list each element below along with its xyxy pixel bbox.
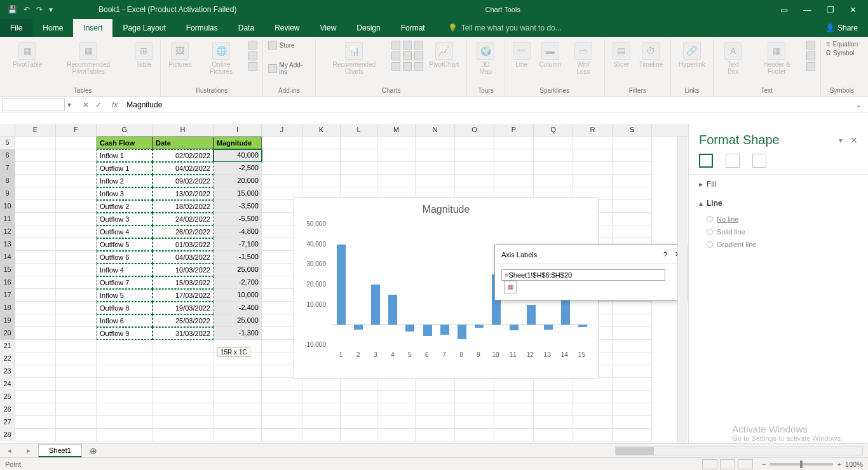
cell[interactable] — [494, 391, 534, 403]
vertical-scrollbar[interactable] — [677, 137, 688, 443]
cell[interactable] — [56, 175, 97, 187]
col-header[interactable]: F — [56, 124, 97, 136]
chart-surface-icon[interactable] — [391, 62, 400, 71]
save-icon[interactable]: 💾 — [8, 5, 17, 14]
cell[interactable]: 15/03/2022 — [153, 276, 214, 289]
cell[interactable] — [455, 378, 494, 391]
redo-icon[interactable]: ↷ — [36, 5, 43, 14]
cell[interactable] — [56, 378, 97, 391]
cell[interactable] — [341, 378, 377, 391]
chart-x-axis[interactable]: 123456789101112131415 — [332, 351, 590, 360]
cell[interactable] — [494, 403, 534, 416]
cell[interactable]: -7,100 — [214, 238, 262, 251]
wordart-icon[interactable] — [806, 41, 815, 50]
cell[interactable]: 13/02/2022 — [153, 187, 214, 200]
cell[interactable]: 15,000 — [214, 187, 262, 200]
chart-bar[interactable] — [527, 305, 536, 325]
cell[interactable] — [613, 327, 652, 340]
col-header[interactable]: R — [573, 124, 613, 136]
row-header[interactable]: 10 — [0, 200, 15, 213]
cell[interactable]: 40,000 — [214, 149, 262, 162]
cell[interactable]: 02/02/2022 — [153, 149, 214, 162]
cell[interactable] — [97, 352, 153, 365]
col-header[interactable]: M — [377, 124, 416, 136]
cell[interactable] — [262, 391, 302, 403]
cell[interactable] — [341, 175, 377, 187]
cell[interactable] — [534, 162, 573, 175]
cell[interactable] — [534, 403, 573, 416]
row-header[interactable]: 12 — [0, 225, 15, 238]
cell[interactable] — [15, 225, 56, 238]
cell[interactable] — [97, 391, 153, 403]
sheet-nav-prev[interactable]: ◂ — [0, 446, 19, 455]
cell[interactable] — [56, 352, 97, 365]
cell[interactable] — [97, 365, 153, 378]
cell[interactable] — [416, 149, 455, 162]
cell[interactable] — [613, 137, 652, 149]
table-button[interactable]: ⊞Table — [132, 41, 155, 69]
zoom-slider[interactable] — [770, 463, 833, 466]
cell[interactable]: -1,500 — [214, 251, 262, 264]
axis-label-range-input[interactable] — [501, 269, 665, 281]
page-layout-view-button[interactable] — [720, 459, 735, 469]
tab-page-layout[interactable]: Page Layout — [112, 19, 175, 37]
fx-icon[interactable]: fx — [108, 100, 121, 109]
expand-formula-bar-icon[interactable]: ⌄ — [849, 100, 868, 109]
cell[interactable] — [15, 403, 56, 416]
undo-icon[interactable]: ↶ — [24, 5, 30, 14]
row-header[interactable]: 9 — [0, 187, 15, 200]
tab-insert[interactable]: Insert — [73, 19, 112, 37]
cell[interactable]: 10/03/2022 — [153, 264, 214, 276]
col-header[interactable]: J — [262, 124, 302, 136]
cell[interactable] — [455, 149, 494, 162]
col-header[interactable]: S — [613, 124, 652, 136]
tab-home[interactable]: Home — [32, 19, 73, 37]
chart-pie-icon[interactable] — [414, 41, 423, 50]
pane-menu-icon[interactable]: ▾ — [839, 136, 843, 145]
cell[interactable] — [534, 429, 573, 441]
cell[interactable] — [302, 378, 341, 391]
sheet-tab[interactable]: Sheet1 — [38, 444, 82, 457]
smartart-button[interactable] — [248, 51, 257, 60]
slicer-button[interactable]: ▤Slicer — [610, 41, 633, 69]
cell[interactable]: Outflow 3 — [97, 213, 153, 225]
cell[interactable] — [15, 314, 56, 327]
normal-view-button[interactable] — [702, 459, 717, 469]
chart-scatter-icon[interactable] — [391, 51, 400, 60]
chart-stock-icon[interactable] — [414, 51, 423, 60]
cell[interactable] — [56, 251, 97, 264]
cell[interactable] — [613, 149, 652, 162]
col-header[interactable]: O — [455, 124, 494, 136]
cell[interactable] — [377, 175, 416, 187]
cell[interactable] — [613, 175, 652, 187]
cell[interactable]: -2,700 — [214, 276, 262, 289]
cell[interactable] — [56, 276, 97, 289]
cell[interactable] — [377, 403, 416, 416]
cell[interactable]: -2,500 — [214, 162, 262, 175]
page-break-view-button[interactable] — [738, 459, 753, 469]
online-pictures-button[interactable]: 🌐Online Pictures — [198, 41, 244, 76]
cell[interactable] — [341, 391, 377, 403]
new-sheet-button[interactable]: ⊕ — [82, 446, 105, 456]
row-header[interactable]: 14 — [0, 251, 15, 264]
cell[interactable] — [613, 225, 652, 238]
cell[interactable] — [56, 162, 97, 175]
line-section[interactable]: ▴Line — [689, 194, 868, 213]
chart-bar[interactable] — [475, 325, 484, 328]
cell[interactable] — [377, 429, 416, 441]
cell[interactable]: -4,800 — [214, 225, 262, 238]
cell[interactable]: 09/02/2022 — [153, 175, 214, 187]
cell[interactable] — [302, 391, 341, 403]
cell[interactable] — [15, 175, 56, 187]
col-header[interactable]: N — [416, 124, 455, 136]
chart-bar[interactable] — [440, 325, 449, 334]
cell[interactable] — [262, 137, 302, 149]
cell[interactable] — [262, 403, 302, 416]
cell[interactable] — [56, 314, 97, 327]
cell[interactable] — [341, 403, 377, 416]
cell[interactable] — [534, 175, 573, 187]
cell[interactable] — [56, 225, 97, 238]
cell[interactable] — [416, 403, 455, 416]
effects-tab-icon[interactable] — [726, 154, 740, 168]
col-header[interactable]: P — [494, 124, 534, 136]
